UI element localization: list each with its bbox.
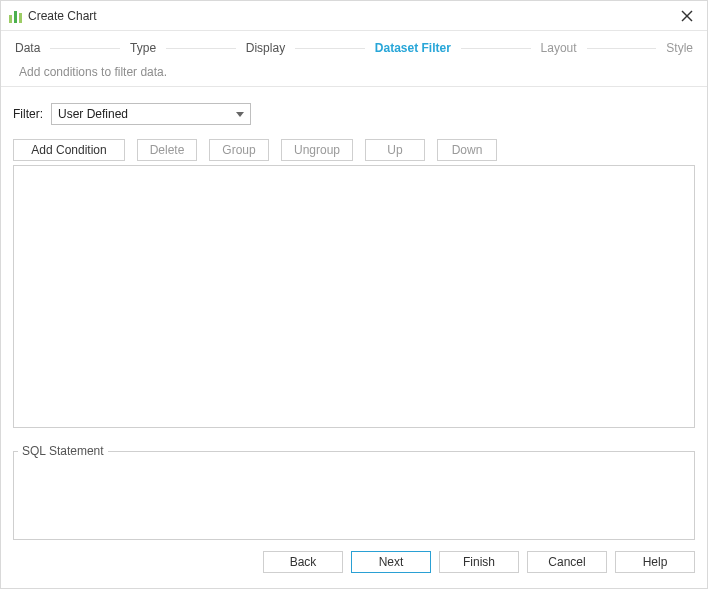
step-style[interactable]: Style <box>664 41 695 55</box>
filter-dropdown[interactable]: User Defined <box>51 103 251 125</box>
next-button[interactable]: Next <box>351 551 431 573</box>
delete-button[interactable]: Delete <box>137 139 197 161</box>
wizard-stepper: Data Type Display Dataset Filter Layout … <box>1 31 707 87</box>
close-button[interactable] <box>673 5 701 27</box>
ungroup-button[interactable]: Ungroup <box>281 139 353 161</box>
group-button[interactable]: Group <box>209 139 269 161</box>
sql-statement-box: SQL Statement <box>13 444 695 540</box>
content-area: Filter: User Defined Add Condition Delet… <box>1 87 707 546</box>
create-chart-dialog: Create Chart Data Type Display Dataset F… <box>0 0 708 589</box>
step-data[interactable]: Data <box>13 41 42 55</box>
condition-toolbar: Add Condition Delete Group Ungroup Up Do… <box>13 139 695 161</box>
filter-selected-value: User Defined <box>58 107 128 121</box>
step-separator <box>587 48 657 49</box>
titlebar: Create Chart <box>1 1 707 31</box>
chevron-down-icon <box>236 112 244 117</box>
filter-label: Filter: <box>13 107 43 121</box>
up-button[interactable]: Up <box>365 139 425 161</box>
step-type[interactable]: Type <box>128 41 158 55</box>
step-dataset-filter[interactable]: Dataset Filter <box>373 41 453 55</box>
window-title: Create Chart <box>28 9 97 23</box>
help-button[interactable]: Help <box>615 551 695 573</box>
close-icon <box>681 10 693 22</box>
dialog-footer: Back Next Finish Cancel Help <box>1 546 707 588</box>
step-display[interactable]: Display <box>244 41 287 55</box>
cancel-button[interactable]: Cancel <box>527 551 607 573</box>
step-separator <box>50 48 120 49</box>
down-button[interactable]: Down <box>437 139 497 161</box>
step-separator <box>461 48 531 49</box>
step-separator <box>166 48 236 49</box>
step-separator <box>295 48 365 49</box>
step-description: Add conditions to filter data. <box>13 65 695 79</box>
back-button[interactable]: Back <box>263 551 343 573</box>
step-layout[interactable]: Layout <box>539 41 579 55</box>
filter-row: Filter: User Defined <box>13 103 695 125</box>
add-condition-button[interactable]: Add Condition <box>13 139 125 161</box>
chart-icon <box>9 9 22 23</box>
sql-statement-legend: SQL Statement <box>18 444 108 458</box>
finish-button[interactable]: Finish <box>439 551 519 573</box>
conditions-list[interactable] <box>13 165 695 428</box>
